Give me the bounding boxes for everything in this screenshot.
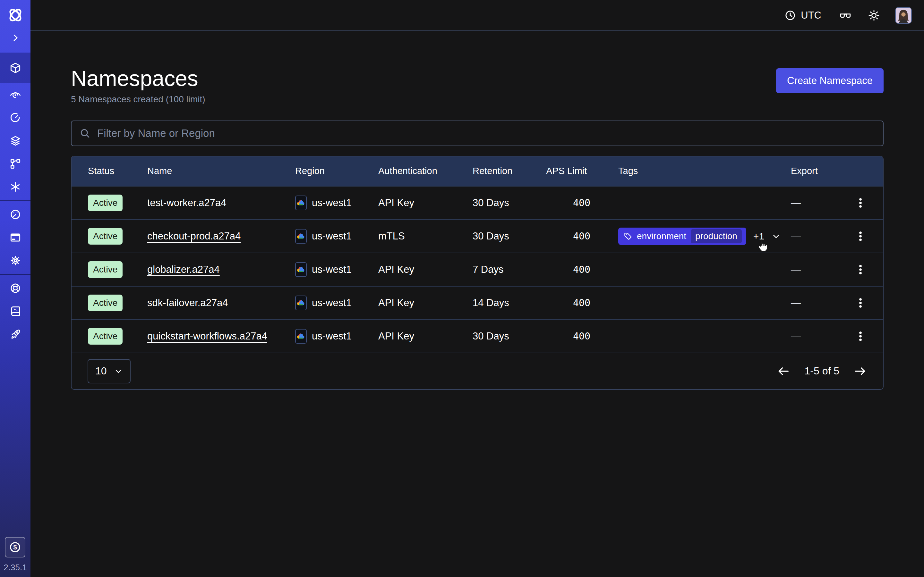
- column-header: APS Limit: [546, 166, 618, 176]
- export-value: —: [791, 297, 838, 309]
- page-content: Namespaces 5 Namespaces created (100 lim…: [31, 31, 924, 577]
- sidebar-item-book-sparkles-icon[interactable]: [0, 300, 31, 323]
- row-menu-button[interactable]: [852, 294, 869, 312]
- asterisk-icon: [9, 181, 21, 193]
- svg-text:$: $: [13, 544, 17, 551]
- table-footer: 10 1-5 of 5: [71, 353, 883, 389]
- retention-label: 30 Days: [473, 230, 546, 242]
- cube-icon: [9, 62, 21, 74]
- aps-limit-value: 400: [546, 264, 618, 275]
- arrow-right-icon: [853, 364, 867, 378]
- sidebar-item-eye-spiral-icon[interactable]: [0, 83, 31, 106]
- namespace-link[interactable]: globalizer.a27a4: [147, 264, 220, 276]
- previous-page-button[interactable]: [777, 364, 790, 378]
- tag-value-label: production: [691, 229, 742, 243]
- sidebar-expand-button[interactable]: [10, 33, 21, 43]
- status-badge: Active: [88, 328, 123, 345]
- chevron-right-icon: [10, 33, 21, 43]
- status-badge: Active: [88, 261, 123, 278]
- retention-label: 7 Days: [473, 264, 546, 276]
- namespaces-table: StatusNameRegionAuthenticationRetentionA…: [71, 156, 884, 390]
- region-label: us-west1: [312, 197, 352, 209]
- next-page-button[interactable]: [853, 364, 867, 378]
- tag-badge[interactable]: environment production: [618, 227, 746, 245]
- aps-limit-value: 400: [546, 197, 618, 208]
- region-label: us-west1: [312, 230, 352, 242]
- sidebar-item-asterisk-icon[interactable]: [0, 175, 31, 198]
- auth-method-label: mTLS: [378, 230, 473, 242]
- row-menu-button[interactable]: [852, 194, 869, 212]
- gcp-cloud-icon: [295, 329, 307, 343]
- table-header-row: StatusNameRegionAuthenticationRetentionA…: [71, 156, 883, 186]
- gcp-cloud-icon: [295, 295, 307, 310]
- export-value: —: [791, 230, 838, 242]
- aps-limit-value: 400: [546, 297, 618, 308]
- aps-limit-value: 400: [546, 230, 618, 242]
- column-header: Export: [791, 166, 838, 176]
- namespace-link[interactable]: test-worker.a27a4: [147, 197, 226, 209]
- glasses-icon: [838, 9, 853, 22]
- table-row: Active sdk-failover.a27a4 us-west1 API K…: [71, 286, 883, 319]
- book-sparkles-icon: [9, 305, 21, 318]
- table-body: Active test-worker.a27a4 us-west1 API Ke…: [71, 186, 883, 353]
- row-menu-button[interactable]: [852, 227, 869, 245]
- tag-key-label: environment: [637, 231, 686, 242]
- status-badge: Active: [88, 195, 123, 211]
- sidebar-item-gear-icon[interactable]: [0, 249, 31, 272]
- gauge-icon: [9, 208, 21, 221]
- auth-method-label: API Key: [378, 330, 473, 342]
- namespace-link[interactable]: quickstart-workflows.a27a4: [147, 330, 267, 342]
- sidebar-item-lifebuoy-icon[interactable]: [0, 277, 31, 300]
- gcp-cloud-icon: [295, 195, 307, 210]
- sidebar-item-namespaces[interactable]: [0, 53, 31, 83]
- table-row: Active test-worker.a27a4 us-west1 API Ke…: [71, 186, 883, 219]
- tags-cell: environment production +1: [618, 227, 781, 245]
- sun-icon: [867, 9, 880, 22]
- sidebar-item-billing-card-icon[interactable]: [0, 226, 31, 249]
- tag-icon: [624, 232, 632, 241]
- branch-icon: [9, 158, 21, 170]
- namespace-link[interactable]: checkout-prod.a27a4: [147, 230, 241, 242]
- row-menu-button[interactable]: [852, 327, 869, 345]
- filter-input[interactable]: [97, 127, 875, 140]
- sidebar: $ 2.35.1: [0, 0, 31, 577]
- credits-button[interactable]: $: [5, 537, 25, 558]
- export-value: —: [791, 330, 838, 342]
- column-header: Authentication: [378, 166, 473, 176]
- page-header: Namespaces 5 Namespaces created (100 lim…: [71, 66, 884, 105]
- export-value: —: [791, 264, 838, 276]
- accessibility-button[interactable]: [838, 9, 853, 22]
- timezone-selector[interactable]: UTC: [782, 9, 823, 22]
- gcp-cloud-icon: [295, 229, 307, 243]
- user-avatar[interactable]: [895, 7, 912, 24]
- sidebar-footer: $ 2.35.1: [3, 537, 27, 577]
- page-size-selector[interactable]: 10: [87, 359, 131, 384]
- temporal-logo: [6, 6, 25, 24]
- page-title: Namespaces: [71, 66, 205, 90]
- tags-expand-chevron-icon[interactable]: [771, 231, 781, 241]
- sidebar-divider: [0, 200, 31, 201]
- chevron-down-icon: [114, 367, 123, 376]
- region-label: us-west1: [312, 330, 352, 342]
- create-namespace-button[interactable]: Create Namespace: [776, 68, 884, 93]
- namespace-link[interactable]: sdk-failover.a27a4: [147, 297, 228, 309]
- clock-icon: [784, 9, 796, 21]
- aps-limit-value: 400: [546, 330, 618, 342]
- column-header: Status: [88, 166, 147, 176]
- column-header: Tags: [618, 166, 791, 176]
- table-row: Active globalizer.a27a4 us-west1 API Key…: [71, 253, 883, 286]
- namespace-count-subtitle: 5 Namespaces created (100 limit): [71, 94, 205, 105]
- pagination-range-label: 1-5 of 5: [804, 365, 839, 377]
- app-window: $ 2.35.1 UTC: [0, 0, 924, 577]
- sidebar-item-rocket-icon[interactable]: [0, 323, 31, 346]
- layers-icon: [9, 135, 21, 147]
- row-menu-button[interactable]: [852, 261, 869, 279]
- lifebuoy-icon: [9, 282, 21, 294]
- column-header: Retention: [473, 166, 546, 176]
- auth-method-label: API Key: [378, 264, 473, 276]
- sidebar-item-branch-icon[interactable]: [0, 152, 31, 175]
- theme-toggle-button[interactable]: [867, 9, 880, 22]
- sidebar-item-layers-icon[interactable]: [0, 129, 31, 152]
- sidebar-item-timer-icon[interactable]: [0, 106, 31, 129]
- sidebar-item-gauge-icon[interactable]: [0, 203, 31, 226]
